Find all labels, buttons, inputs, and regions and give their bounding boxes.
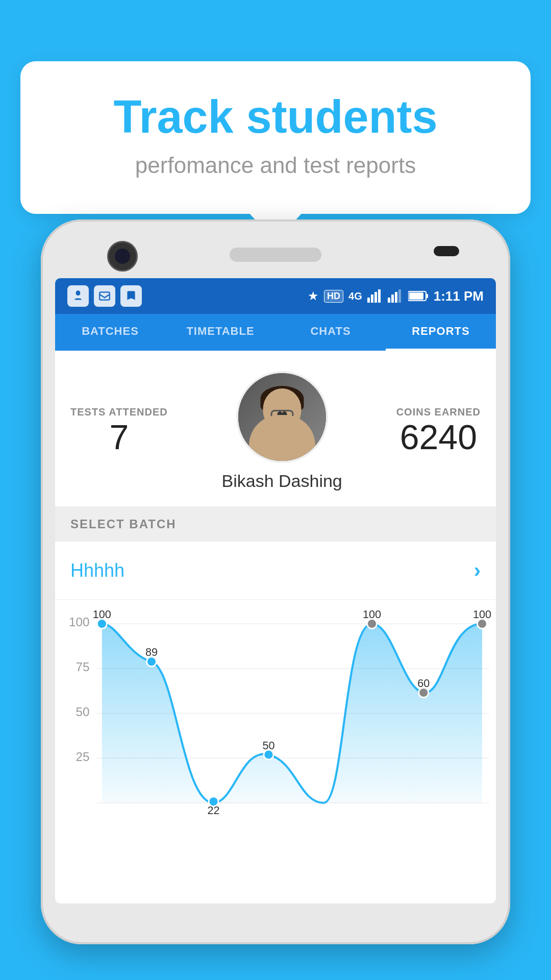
- nav-tabs: BATCHES TIMETABLE CHATS REPORTS: [55, 314, 496, 351]
- svg-rect-3: [374, 292, 377, 303]
- network-badge: 4G: [348, 290, 362, 302]
- notification-icon-1: [67, 285, 89, 307]
- tab-reports[interactable]: REPORTS: [386, 314, 496, 351]
- batch-name: Hhhhh: [70, 560, 124, 581]
- phone-body: ★ HD 4G: [41, 219, 510, 944]
- svg-text:25: 25: [76, 750, 89, 764]
- select-batch-header: SELECT BATCH: [55, 507, 496, 542]
- svg-text:75: 75: [76, 660, 89, 674]
- speech-bubble: Track students perfomance and test repor…: [20, 61, 531, 214]
- svg-rect-10: [426, 294, 428, 298]
- tab-timetable[interactable]: TIMETABLE: [165, 314, 276, 351]
- notification-icon-3: [120, 285, 142, 307]
- bubble-subtitle: perfomance and test reports: [61, 153, 490, 178]
- signal-icon-2: [388, 289, 403, 303]
- person-body: [249, 415, 315, 461]
- coins-earned-label: COINS EARNED: [396, 406, 481, 418]
- camera-lens: [115, 249, 130, 264]
- chart-label-3: 22: [207, 804, 219, 817]
- svg-rect-7: [395, 292, 397, 303]
- avatar: [236, 371, 328, 463]
- status-bar: ★ HD 4G: [55, 278, 496, 314]
- signal-icon: [367, 289, 383, 303]
- speaker: [230, 248, 321, 262]
- select-batch-label: SELECT BATCH: [70, 517, 177, 531]
- chart-label-4: 50: [262, 739, 274, 752]
- coins-earned-value: 6240: [396, 418, 481, 456]
- svg-rect-2: [371, 295, 373, 303]
- phone-mockup: ★ HD 4G: [41, 219, 510, 980]
- tests-attended-value: 7: [70, 418, 168, 456]
- chart-label-5: 100: [363, 610, 381, 621]
- tab-chats[interactable]: CHATS: [276, 314, 386, 351]
- coins-earned-block: COINS EARNED 6240: [396, 406, 481, 456]
- chart-label-7: 100: [473, 610, 491, 621]
- bubble-title: Track students: [61, 92, 490, 142]
- user-name: Bikash Dashing: [222, 471, 342, 491]
- svg-rect-6: [391, 295, 394, 303]
- svg-rect-5: [388, 298, 390, 303]
- chart-label-1: 100: [93, 610, 111, 621]
- front-camera: [107, 241, 138, 272]
- bluetooth-icon: ★: [308, 289, 319, 303]
- proximity-sensor: [434, 246, 459, 256]
- status-time: 1:11 PM: [434, 288, 484, 304]
- svg-text:50: 50: [76, 705, 89, 719]
- tab-batches[interactable]: BATCHES: [55, 314, 165, 351]
- tests-attended-label: TESTS ATTENDED: [70, 406, 168, 418]
- chevron-right-icon: ›: [474, 559, 481, 582]
- svg-text:100: 100: [69, 615, 90, 629]
- status-icons-left: [67, 285, 142, 307]
- phone-screen: ★ HD 4G: [55, 278, 496, 903]
- performance-chart: 100 75 50 25: [55, 610, 496, 830]
- battery-icon: [408, 290, 429, 302]
- tests-attended-block: TESTS ATTENDED 7: [70, 406, 168, 456]
- user-stats-section: TESTS ATTENDED 7: [55, 351, 496, 507]
- batch-item[interactable]: Hhhhh ›: [55, 542, 496, 600]
- svg-rect-11: [409, 292, 423, 300]
- svg-rect-1: [367, 298, 370, 303]
- avatar-placeholder: [238, 373, 326, 461]
- avatar-section: Bikash Dashing: [168, 371, 396, 491]
- hd-badge: HD: [324, 290, 343, 303]
- chart-area: 100 75 50 25: [55, 600, 496, 832]
- chart-label-6: 60: [417, 677, 430, 690]
- notification-icon-2: [94, 285, 115, 307]
- chart-label-2: 89: [145, 646, 158, 658]
- svg-rect-4: [378, 289, 381, 303]
- status-icons-right: ★ HD 4G: [308, 288, 484, 304]
- svg-rect-8: [398, 289, 401, 303]
